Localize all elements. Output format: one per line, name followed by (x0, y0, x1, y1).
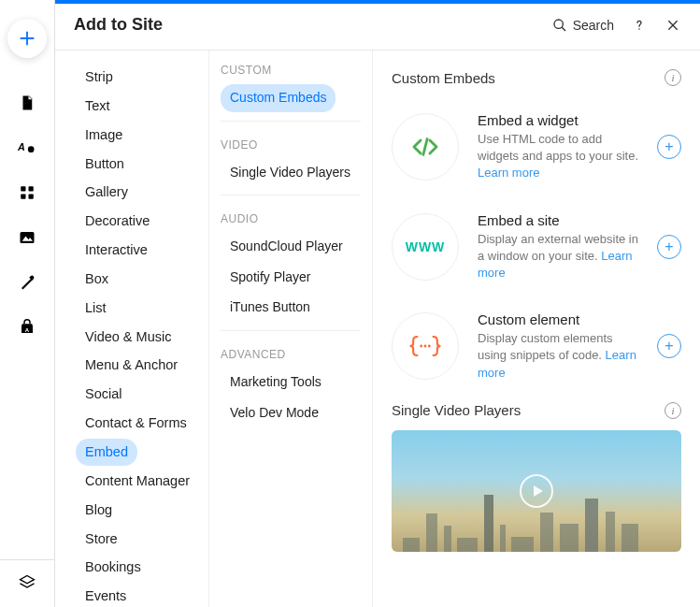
category-list: StripTextImageButtonGalleryDecorativeInt… (55, 51, 209, 607)
pages-icon[interactable] (18, 94, 36, 112)
left-rail: A A (0, 0, 55, 607)
close-icon (665, 18, 680, 33)
embed-option[interactable]: Custom elementDisplay custom elements us… (392, 296, 681, 397)
subcategory-item[interactable]: Spotify Player (221, 264, 320, 292)
category-item[interactable]: Social (76, 381, 132, 408)
category-item[interactable]: Embed (76, 439, 137, 466)
embed-title: Embed a widget (478, 112, 638, 128)
media-icon[interactable] (18, 228, 36, 247)
layers-icon[interactable] (18, 573, 36, 592)
play-icon (520, 474, 553, 508)
subcategory-header: VIDEO (221, 138, 361, 152)
svg-rect-4 (21, 195, 25, 199)
embed-description: Use HTML code to add widgets and apps to… (478, 131, 638, 182)
subcategory-header: AUDIO (221, 212, 361, 225)
category-item[interactable]: Decorative (76, 208, 159, 235)
add-item-button[interactable]: + (657, 235, 681, 259)
subcategory-item[interactable]: SoundCloud Player (221, 233, 352, 261)
search-button[interactable]: Search (552, 18, 614, 33)
store-icon[interactable]: A (18, 318, 36, 337)
category-item[interactable]: Menu & Anchor (76, 352, 187, 379)
embed-description: Display custom elements using snippets o… (478, 330, 638, 382)
category-item[interactable]: Interactive (76, 237, 157, 264)
category-item[interactable]: Video & Music (76, 324, 180, 351)
help-button[interactable] (631, 17, 648, 34)
dev-icon[interactable] (18, 273, 36, 292)
category-item[interactable]: Box (76, 266, 118, 293)
category-item[interactable]: Text (76, 93, 120, 120)
plus-icon (17, 28, 37, 49)
subcategory-item[interactable]: iTunes Button (221, 294, 320, 322)
search-icon (552, 18, 567, 33)
svg-point-17 (428, 345, 431, 348)
svg-text:A: A (25, 327, 30, 333)
embed-title: Custom element (478, 311, 638, 327)
category-item[interactable]: Bookings (76, 554, 150, 581)
subcategory-list: CUSTOMCustom EmbedsVIDEOSingle Video Pla… (209, 51, 373, 607)
svg-point-15 (420, 345, 422, 348)
svg-text:A: A (18, 141, 25, 152)
category-item[interactable]: List (76, 295, 116, 322)
code-icon (392, 113, 459, 181)
learn-more-link[interactable]: Learn more (478, 166, 539, 180)
subcategory-item[interactable]: Custom Embeds (221, 84, 336, 112)
video-player-preview[interactable] (392, 430, 681, 552)
svg-rect-5 (29, 195, 34, 199)
section-title: Single Video Players (392, 402, 521, 418)
category-item[interactable]: Contact & Forms (76, 410, 196, 437)
svg-point-11 (638, 28, 640, 30)
content-area: Custom EmbedsiEmbed a widgetUse HTML cod… (373, 51, 700, 607)
category-item[interactable]: Gallery (76, 179, 137, 206)
category-item[interactable]: Blog (76, 497, 121, 524)
svg-rect-6 (21, 232, 35, 243)
category-item[interactable]: Events (76, 583, 136, 607)
subcategory-item[interactable]: Single Video Players (221, 159, 360, 187)
subcategory-item[interactable]: Marketing Tools (221, 369, 331, 397)
embed-title: Embed a site (478, 212, 638, 228)
panel-body: StripTextImageButtonGalleryDecorativeInt… (55, 51, 700, 607)
design-icon[interactable]: A (18, 138, 36, 157)
svg-point-9 (554, 20, 563, 28)
svg-point-1 (28, 146, 35, 152)
close-button[interactable] (664, 17, 681, 34)
embed-option[interactable]: WWWEmbed a siteDisplay an external websi… (392, 197, 681, 297)
www-icon: WWW (392, 213, 459, 281)
category-item[interactable]: Store (76, 526, 127, 553)
top-accent-bar (55, 0, 700, 4)
category-item[interactable]: Image (76, 122, 132, 149)
braces-icon (392, 312, 459, 380)
subcategory-item[interactable]: Velo Dev Mode (221, 399, 328, 427)
panel-header: Add to Site Search (55, 0, 700, 51)
subcategory-header: CUSTOM (221, 64, 361, 77)
section-title: Custom Embeds (392, 70, 495, 86)
info-icon[interactable]: i (664, 69, 681, 86)
svg-line-10 (562, 27, 565, 31)
embed-option[interactable]: Embed a widgetUse HTML code to add widge… (392, 97, 681, 197)
panel-title: Add to Site (74, 15, 163, 35)
subcategory-header: ADVANCED (221, 348, 361, 361)
svg-rect-3 (29, 186, 34, 191)
category-item[interactable]: Content Manager (76, 468, 199, 495)
add-button[interactable] (7, 19, 47, 58)
add-panel: Add to Site Search StripTextImageButtonG… (55, 0, 700, 607)
category-item[interactable]: Strip (76, 64, 122, 91)
svg-line-14 (423, 139, 427, 155)
info-icon[interactable]: i (664, 402, 681, 419)
help-icon (632, 18, 647, 33)
search-label: Search (573, 18, 614, 33)
category-item[interactable]: Button (76, 151, 134, 178)
svg-point-16 (424, 345, 427, 348)
embed-description: Display an external website in a window … (478, 231, 638, 282)
apps-icon[interactable] (18, 183, 36, 202)
add-item-button[interactable]: + (657, 334, 681, 358)
svg-rect-2 (21, 186, 25, 191)
add-item-button[interactable]: + (657, 135, 681, 159)
